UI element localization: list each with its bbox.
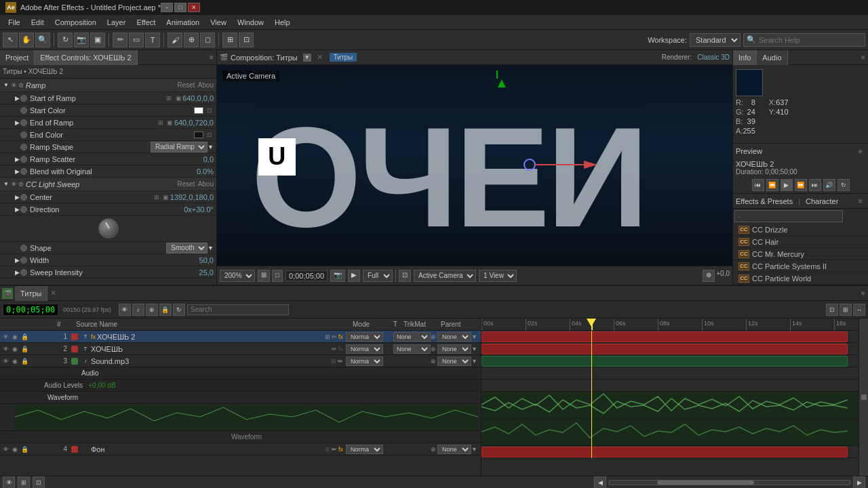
layer-row-1[interactable]: 👁 ◉ 🔒 1 T fx ХОЧЕШЬ 2 ⊞ ✏ fx Norma None … (0, 331, 481, 343)
layer4-lock[interactable]: 🔒 (20, 445, 28, 453)
ep-effects-tab[interactable]: Effects & Presets (736, 197, 793, 205)
end-color-property[interactable]: End Color ⊡ (0, 129, 216, 141)
eraser-tool[interactable]: ◻ (200, 33, 215, 47)
tl-stretch-btn[interactable]: ↔ (853, 304, 865, 316)
direction-value[interactable]: 0x+30.0° (184, 205, 214, 214)
ep-search-input[interactable] (734, 210, 843, 222)
shape-select[interactable]: Smooth Sharp Diffuse (166, 243, 208, 253)
ramp-expand[interactable]: ▼ (3, 82, 9, 88)
audio-btn[interactable]: 🔊 (823, 179, 835, 191)
layer1-eye[interactable]: 👁 (1, 333, 9, 341)
tl-move-btn[interactable]: ⊞ (840, 304, 852, 316)
play-btn[interactable]: ▶ (781, 179, 793, 191)
preview-tab[interactable]: Preview (736, 147, 762, 155)
tl-motion-btn[interactable]: ⊕ (146, 304, 158, 316)
info-tab[interactable]: Info (733, 50, 757, 65)
layer3-parent[interactable]: None (437, 357, 471, 366)
camera-tool[interactable]: 📷 (74, 33, 89, 47)
start-of-ramp-property[interactable]: ▶ Start of Ramp ⊞ ▣ 640,0,0,0 (0, 92, 216, 104)
tl-scrollbar-thumb[interactable] (657, 481, 753, 485)
tl-footer-btn2[interactable]: ⊞ (18, 476, 30, 489)
tl-footer-btn1[interactable]: 👁 (3, 476, 15, 489)
width-value[interactable]: 50,0 (199, 256, 214, 264)
comp-settings-btn[interactable]: ▼ (303, 54, 311, 62)
clone-tool[interactable]: ⊕ (184, 33, 199, 47)
prev-frame[interactable]: ⏪ (766, 179, 778, 191)
layer4-eye[interactable]: 👁 (1, 445, 9, 453)
skip-to-start[interactable]: ⏮ (752, 179, 764, 191)
window-controls[interactable]: − □ ✕ (161, 3, 200, 12)
layer2-eye[interactable]: 👁 (1, 345, 9, 353)
layer1-parent[interactable]: None (437, 332, 471, 342)
start-of-ramp-value[interactable]: 640,0,0,0 (182, 94, 214, 102)
rotate-tool[interactable]: ↻ (58, 33, 73, 47)
ep-item-cchair[interactable]: CC CC Hair (733, 236, 868, 248)
bo-keyframe[interactable] (20, 168, 27, 175)
render-btn[interactable]: ▶ (348, 270, 360, 282)
direction-knob[interactable] (98, 218, 119, 239)
ep-menu-btn[interactable]: ≡ (856, 197, 865, 206)
tl-scroll-right[interactable]: ▶ (853, 476, 865, 489)
sc-keyframe[interactable] (20, 107, 27, 114)
comp-titry-tab[interactable]: Титры (330, 53, 357, 62)
layer4-mode[interactable]: Norma (346, 445, 383, 454)
menu-effect[interactable]: Effect (131, 17, 161, 28)
blend-original-property[interactable]: ▶ Blend with Original 0.0% (0, 165, 216, 178)
ramp-scatter-value[interactable]: 0,0 (203, 155, 214, 163)
layer2-lock[interactable]: 🔒 (20, 345, 28, 353)
tl-menu-btn[interactable]: ≡ (859, 289, 868, 298)
text-tool[interactable]: T (145, 33, 160, 47)
ccls-eye[interactable]: 👁 (11, 181, 17, 188)
layer2-name[interactable]: ХОЧЕШЬ (91, 345, 332, 353)
layer1-trikmat[interactable]: None (393, 332, 431, 342)
layer-row-4[interactable]: 👁 ◉ 🔒 4 Фон ⊞ ✏ fx Norma ⊕ None ▼ (0, 443, 481, 455)
ep-item-ccmrmercury[interactable]: CC CC Mr. Mercury (733, 248, 868, 260)
audio-tab[interactable]: Audio (757, 50, 787, 65)
layer-tool[interactable]: ▣ (90, 33, 105, 47)
ep-character-tab[interactable]: Character (806, 197, 838, 205)
layer2-parent[interactable]: None (437, 344, 471, 354)
start-color-swatch[interactable] (194, 107, 203, 114)
safe-btn[interactable]: □ (272, 270, 283, 282)
next-frame[interactable]: ⏩ (795, 179, 807, 191)
tl-lock-btn[interactable]: 🔒 (159, 304, 172, 316)
zoom-tool[interactable]: 🔍 (35, 33, 50, 47)
layer-row-3[interactable]: 👁 ◉ 🔒 3 ♪ Sound.mp3 ⊞ ✏ Norma ⊕ None ▼ (0, 355, 481, 367)
titry-tab[interactable]: Титры (15, 286, 47, 301)
tl-shift-btn[interactable]: ⊡ (826, 304, 838, 316)
workspace-select[interactable]: Standard (690, 33, 741, 47)
clip-3[interactable] (481, 356, 848, 367)
puppet-tool[interactable]: ⊞ (222, 33, 237, 47)
camera-btn[interactable]: 📷 (330, 270, 345, 282)
ramp-shape-select[interactable]: Radial Ramp Linear Ramp (151, 142, 208, 152)
grid-btn[interactable]: ⊞ (258, 270, 270, 282)
quality-select[interactable]: Full Half (363, 270, 393, 282)
blend-original-value[interactable]: 0.0% (197, 167, 214, 176)
layer3-name[interactable]: Sound.mp3 (91, 357, 331, 365)
ramp-eye[interactable]: 👁 (11, 82, 17, 89)
layer3-eye[interactable]: 👁 (1, 357, 9, 365)
ramp-reset[interactable]: Reset (178, 81, 195, 89)
cc-light-sweep-header[interactable]: ▼ 👁 ⚙ CC Light Sweep Reset Abou (0, 178, 216, 191)
close-button[interactable]: ✕ (188, 3, 200, 12)
tl-refresh-btn[interactable]: ↻ (173, 304, 185, 316)
layer3-mode[interactable]: Norma (346, 357, 383, 366)
shape-keyframe[interactable] (20, 245, 27, 251)
tl-close[interactable]: ✕ (50, 289, 56, 298)
menu-file[interactable]: File (3, 17, 26, 28)
menu-composition[interactable]: Composition (50, 17, 102, 28)
minimize-button[interactable]: − (161, 3, 173, 12)
ccls-expand[interactable]: ▼ (3, 181, 9, 187)
zoom-select[interactable]: 200% 100% 50% (220, 270, 255, 282)
end-of-ramp-value[interactable]: 640,0,720,0 (174, 119, 214, 127)
layer1-mode[interactable]: Norma (346, 332, 383, 342)
ramp-header[interactable]: ▼ 👁 ⚙ Ramp Reset Abou (0, 79, 216, 92)
track-area[interactable]: 00s 02s 04s 06s 08s 10s 12s 14s 16s (481, 319, 868, 476)
skip-to-end[interactable]: ⏭ (809, 179, 821, 191)
clip-2[interactable] (481, 344, 848, 354)
width-keyframe[interactable] (20, 257, 27, 264)
menu-layer[interactable]: Layer (102, 17, 132, 28)
menu-help[interactable]: Help (269, 17, 296, 28)
clip-4[interactable] (481, 447, 848, 458)
center-value[interactable]: 1392,0,180,0 (170, 193, 214, 201)
